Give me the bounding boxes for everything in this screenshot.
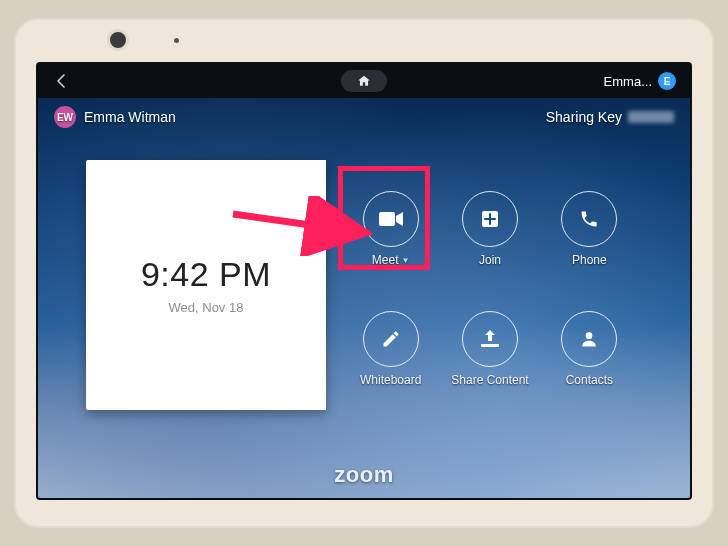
clock-time: 9:42 PM bbox=[141, 255, 271, 294]
device-frame: Emma... E EW Emma Witman Sharing Key 9:4… bbox=[14, 18, 714, 528]
action-label: Contacts bbox=[566, 373, 613, 387]
user-name: Emma Witman bbox=[84, 109, 176, 125]
action-join[interactable]: Join bbox=[443, 172, 536, 286]
action-grid: Meet▼ Join Phone Whiteboard Share Conten bbox=[326, 160, 646, 410]
screen-header: EW Emma Witman Sharing Key bbox=[38, 98, 690, 128]
action-whiteboard[interactable]: Whiteboard bbox=[344, 292, 437, 406]
share-icon bbox=[479, 329, 501, 349]
plus-icon bbox=[480, 209, 500, 229]
action-label: Phone bbox=[572, 253, 607, 267]
svg-point-3 bbox=[586, 332, 593, 339]
video-icon bbox=[378, 210, 404, 228]
main-panel: 9:42 PM Wed, Nov 18 Meet▼ Join Phone bbox=[86, 160, 646, 410]
action-label: Join bbox=[479, 253, 501, 267]
home-button[interactable] bbox=[341, 70, 387, 92]
action-label: Meet bbox=[372, 253, 399, 267]
home-icon bbox=[357, 74, 371, 88]
screen: Emma... E EW Emma Witman Sharing Key 9:4… bbox=[36, 62, 692, 500]
action-label: Share Content bbox=[451, 373, 528, 387]
clock-date: Wed, Nov 18 bbox=[169, 300, 244, 315]
chevron-down-icon: ▼ bbox=[402, 256, 410, 265]
action-contacts[interactable]: Contacts bbox=[543, 292, 636, 406]
sysbar-avatar[interactable]: E bbox=[658, 72, 676, 90]
action-share-content[interactable]: Share Content bbox=[443, 292, 536, 406]
user-avatar[interactable]: EW bbox=[54, 106, 76, 128]
action-meet[interactable]: Meet▼ bbox=[344, 172, 437, 286]
sharing-key-value-redacted bbox=[628, 111, 674, 123]
sharing-key-label: Sharing Key bbox=[546, 109, 622, 125]
svg-rect-0 bbox=[379, 212, 395, 226]
camera-dot bbox=[110, 32, 126, 48]
zoom-logo: zoom bbox=[334, 462, 393, 487]
pencil-icon bbox=[381, 329, 401, 349]
action-phone[interactable]: Phone bbox=[543, 172, 636, 286]
person-icon bbox=[579, 329, 599, 349]
sysbar-user-name[interactable]: Emma... bbox=[604, 74, 652, 89]
footer: zoom bbox=[38, 462, 690, 488]
svg-rect-2 bbox=[481, 344, 499, 347]
system-bar: Emma... E bbox=[38, 64, 690, 98]
sensor-dot bbox=[174, 38, 179, 43]
clock-card: 9:42 PM Wed, Nov 18 bbox=[86, 160, 326, 410]
action-label: Whiteboard bbox=[360, 373, 421, 387]
back-button[interactable] bbox=[52, 72, 70, 90]
phone-icon bbox=[579, 209, 599, 229]
